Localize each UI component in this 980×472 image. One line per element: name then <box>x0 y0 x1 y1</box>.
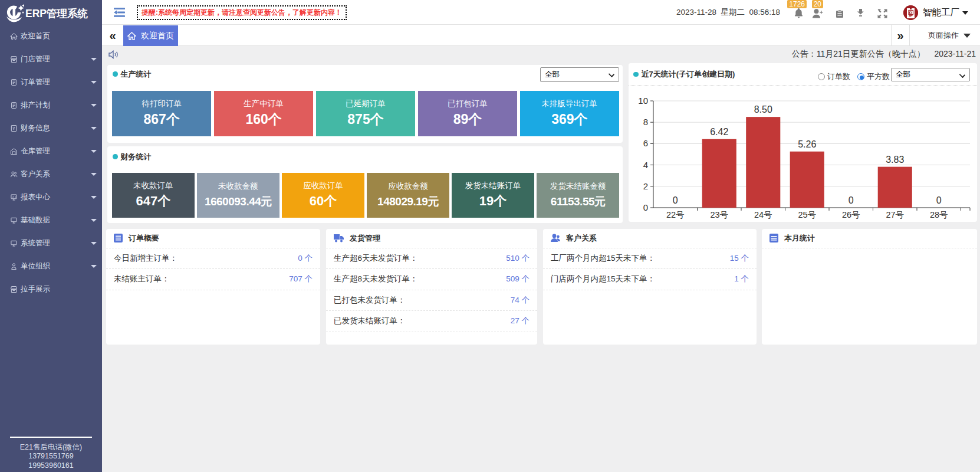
svg-text:24号: 24号 <box>754 210 772 219</box>
svg-text:0: 0 <box>643 202 648 212</box>
svg-text:5.26: 5.26 <box>798 139 816 149</box>
svg-text:26号: 26号 <box>842 210 860 219</box>
svg-text:22号: 22号 <box>666 210 685 219</box>
svg-text:8.50: 8.50 <box>754 104 772 114</box>
svg-text:28号: 28号 <box>930 210 948 219</box>
svg-text:0: 0 <box>849 195 854 205</box>
svg-text:2: 2 <box>643 181 648 191</box>
svg-text:0: 0 <box>673 195 678 205</box>
svg-text:4: 4 <box>643 160 648 170</box>
svg-text:25号: 25号 <box>798 210 816 219</box>
svg-text:0: 0 <box>936 195 942 205</box>
svg-text:23号: 23号 <box>710 210 728 219</box>
svg-text:27号: 27号 <box>886 210 904 219</box>
svg-text:8: 8 <box>643 117 648 127</box>
svg-text:6.42: 6.42 <box>710 127 728 137</box>
svg-text:6: 6 <box>643 138 648 148</box>
svg-text:3.83: 3.83 <box>886 155 904 165</box>
svg-text:10: 10 <box>638 96 648 106</box>
